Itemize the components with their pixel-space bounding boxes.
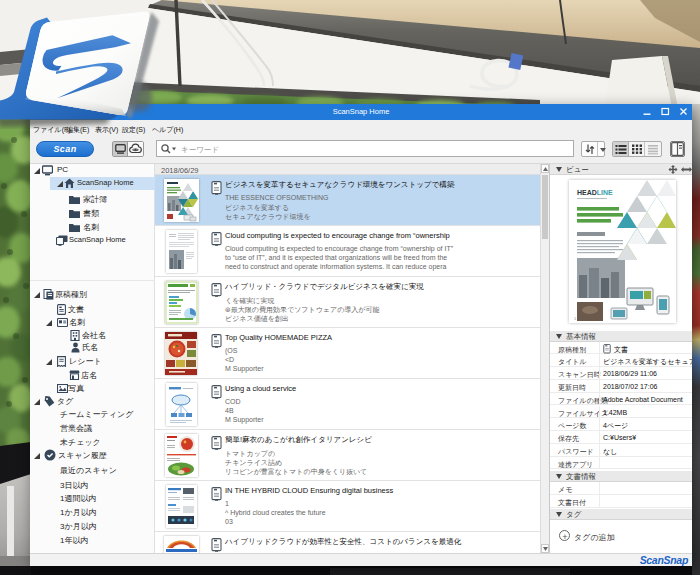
svg-text:HEADLINE: HEADLINE: [577, 189, 613, 196]
